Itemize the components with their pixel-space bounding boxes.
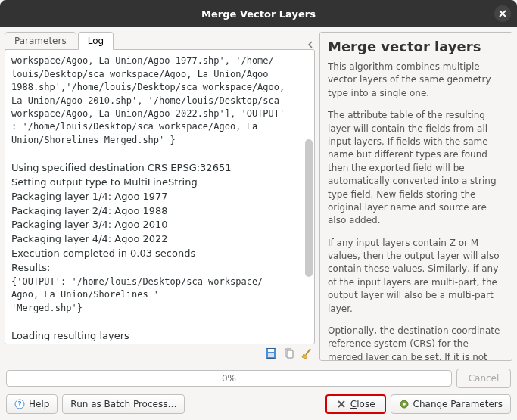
help-title: Merge vector layers <box>328 39 504 54</box>
help-paragraph: This algorithm combines multiple vector … <box>328 61 504 100</box>
help-paragraph: Optionally, the destination coordinate r… <box>328 325 504 361</box>
log-line: Union/Shorelines Merged.shp' } <box>11 134 308 147</box>
svg-rect-6 <box>287 350 293 358</box>
log-line: Using specified destination CRS EPSG:326… <box>11 161 308 176</box>
help-icon: ? <box>14 399 25 409</box>
svg-line-7 <box>306 349 310 355</box>
log-line-blank <box>11 315 308 329</box>
tab-scroll-left-icon[interactable] <box>306 39 315 50</box>
log-line: 'Merged.shp'} <box>11 302 308 315</box>
log-line: Execution completed in 0.03 seconds <box>11 247 308 261</box>
log-line: Packaging layer 4/4: Agoo 2022 <box>11 232 308 247</box>
svg-text:?: ? <box>17 400 21 408</box>
progress-row: 0% Cancel <box>5 369 512 388</box>
log-line: Packaging layer 1/4: Agoo 1977 <box>11 190 308 204</box>
content-row: Parameters Log workspace/Agoo, La Union/… <box>5 32 512 361</box>
left-pane: Parameters Log workspace/Agoo, La Union/… <box>5 32 315 361</box>
log-line: Algorithm 'Merge vector layers' finished <box>11 344 308 344</box>
svg-rect-3 <box>268 349 274 352</box>
window-close-button[interactable] <box>494 5 511 22</box>
log-line: La Union/Agoo 2010.shp', '/home/louis/De… <box>11 95 308 107</box>
log-line-blank <box>11 147 308 161</box>
tab-bar: Parameters Log <box>5 32 315 50</box>
copy-icon <box>283 347 295 359</box>
progress-bar: 0% <box>6 370 452 387</box>
window-title: Merge Vector Layers <box>201 8 316 20</box>
log-line: : '/home/louis/Desktop/sca workspace/Ago… <box>11 120 308 133</box>
log-line: Setting output type to MultiLineString <box>11 176 308 190</box>
help-button[interactable]: ? Help <box>6 394 58 414</box>
log-line: Results: <box>11 261 308 275</box>
dialog-body: Parameters Log workspace/Agoo, La Union/… <box>0 27 517 420</box>
log-line: workspace/Agoo, La Union/Agoo 1977.shp',… <box>11 54 308 67</box>
progress-label: 0% <box>222 373 236 384</box>
log-line: Loading resulting layers <box>11 329 308 344</box>
log-line: {'OUTPUT': '/home/louis/Desktop/sca work… <box>11 275 308 288</box>
cancel-button: Cancel <box>456 369 511 388</box>
help-paragraph: The attribute table of the resulting lay… <box>328 109 504 228</box>
log-line: workspace/Agoo, La Union/Agoo 2022.shp']… <box>11 107 308 120</box>
copy-log-button[interactable] <box>283 347 295 359</box>
change-parameters-label: Change Parameters <box>413 399 503 409</box>
log-line: Packaging layer 3/4: Agoo 2010 <box>11 218 308 232</box>
svg-rect-4 <box>268 353 274 357</box>
close-icon <box>499 10 506 17</box>
change-parameters-button[interactable]: Change Parameters <box>391 394 511 414</box>
tab-log[interactable]: Log <box>78 32 114 50</box>
log-line: Packaging layer 2/4: Agoo 1988 <box>11 204 308 219</box>
log-toolbar <box>5 344 315 361</box>
run-batch-button[interactable]: Run as Batch Process… <box>62 394 185 414</box>
button-row: ? Help Run as Batch Process… Close Chang… <box>5 394 512 415</box>
log-scrollbar[interactable] <box>305 53 313 341</box>
svg-point-14 <box>403 403 406 406</box>
log-line: Agoo, La Union/Shorelines ' <box>11 288 308 301</box>
close-x-icon <box>336 399 347 409</box>
gear-icon <box>399 399 410 409</box>
save-log-button[interactable] <box>265 347 277 359</box>
help-paragraph: If any input layers contain Z or M value… <box>328 237 504 316</box>
log-output[interactable]: workspace/Agoo, La Union/Agoo 1977.shp',… <box>5 49 315 344</box>
clear-log-button[interactable] <box>301 347 313 359</box>
log-line: louis/Desktop/sca workspace/Agoo, La Uni… <box>11 68 308 81</box>
tab-parameters[interactable]: Parameters <box>5 32 76 50</box>
close-button[interactable]: Close <box>325 394 386 414</box>
title-bar: Merge Vector Layers <box>0 0 517 27</box>
help-button-label: Help <box>29 399 49 409</box>
close-button-label: Close <box>350 399 375 409</box>
log-line: 1988.shp','/home/louis/Desktop/sca works… <box>11 81 308 94</box>
help-panel: Merge vector layers This algorithm combi… <box>319 32 512 361</box>
floppy-disk-icon <box>265 347 277 359</box>
broom-icon <box>301 347 313 359</box>
